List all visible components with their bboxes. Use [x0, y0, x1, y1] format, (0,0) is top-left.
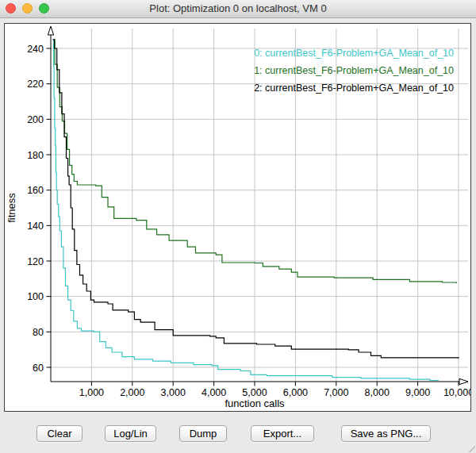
button-bar: Clear Log/Lin Dump Export... Save as PNG… [0, 412, 476, 453]
x-tick-label: 9,000 [405, 387, 430, 398]
y-tick-label: 140 [27, 221, 44, 232]
x-tick-label: 3,000 [161, 387, 186, 398]
x-tick-label: 5,000 [242, 387, 267, 398]
legend-entry: 1: currentBest_F6-Problem+GA_Mean_of_10 [254, 65, 454, 76]
y-axis-arrow [48, 26, 53, 35]
clear-button[interactable]: Clear [36, 425, 83, 442]
y-tick-label: 180 [27, 150, 44, 161]
y-tick-label: 200 [27, 114, 44, 125]
y-tick-label: 60 [33, 363, 44, 374]
log-lin-button[interactable]: Log/Lin [105, 425, 156, 442]
export-button[interactable]: Export... [251, 425, 314, 442]
x-tick-label: 4,000 [202, 387, 226, 398]
x-tick-label: 1,000 [79, 387, 104, 398]
dump-button[interactable]: Dump [179, 425, 227, 442]
y-axis-label: fitness [6, 193, 17, 223]
save-as-png-button[interactable]: Save as PNG... [341, 425, 431, 442]
window-title: Plot: Optimization 0 on localhost, VM 0 [0, 0, 476, 17]
plot-window: Plot: Optimization 0 on localhost, VM 0 … [0, 0, 476, 453]
resize-grip[interactable] [469, 446, 475, 452]
x-tick-label: 10,000 [443, 387, 470, 398]
y-tick-label: 220 [27, 79, 44, 90]
legend-entry: 2: currentBest_F6-Problem+GA_Mean_of_10 [254, 83, 454, 94]
y-tick-label: 80 [33, 327, 44, 338]
x-tick-label: 8,000 [365, 387, 390, 398]
x-tick-label: 7,000 [324, 387, 348, 398]
legend-entry: 0: currentBest_F6-Problem+GA_Mean_of_10 [254, 48, 454, 59]
x-tick-label: 6,000 [283, 387, 308, 398]
title-bar[interactable]: Plot: Optimization 0 on localhost, VM 0 [0, 0, 476, 18]
y-tick-label: 240 [27, 44, 44, 55]
fitness-chart: 60801001201401601802002202401,0002,0003,… [5, 24, 470, 411]
x-axis-arrow [459, 378, 468, 384]
y-tick-label: 100 [27, 291, 44, 302]
plot-panel: 60801001201401601802002202401,0002,0003,… [4, 23, 471, 412]
x-tick-label: 2,000 [120, 387, 144, 398]
x-axis-label: function calls [225, 397, 285, 409]
y-tick-label: 160 [27, 185, 44, 196]
y-tick-label: 120 [27, 256, 44, 267]
